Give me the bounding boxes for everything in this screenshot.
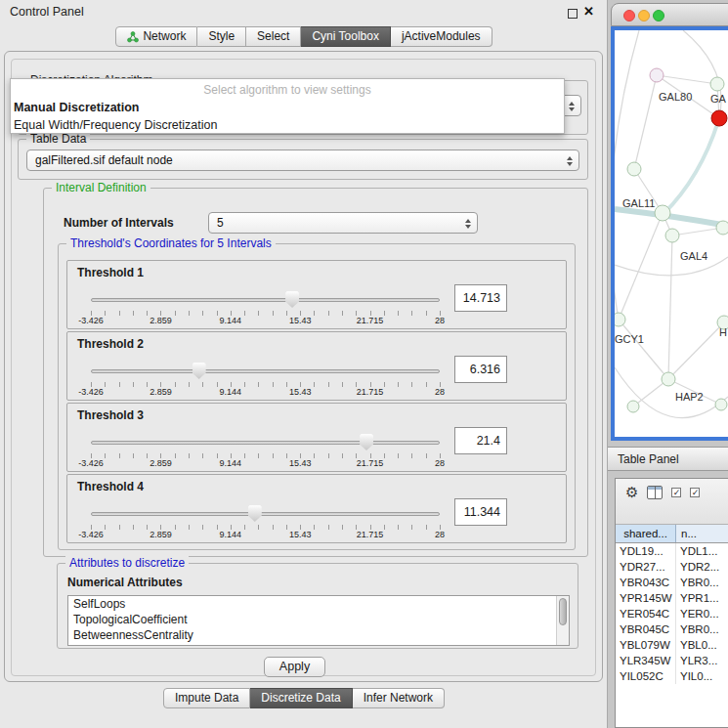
slider-thumb[interactable]: [360, 434, 373, 450]
dropdown-option-manual[interactable]: Manual Discretization: [11, 99, 564, 116]
network-node[interactable]: [615, 313, 625, 326]
gear-icon[interactable]: ⚙: [625, 485, 638, 500]
cell[interactable]: YLR345W: [616, 653, 676, 668]
cell[interactable]: YPR1...: [676, 590, 728, 606]
table-row[interactable]: YBR043CYBR0...: [616, 575, 728, 590]
float-window-icon[interactable]: [568, 9, 578, 19]
vertical-scrollbar[interactable]: [556, 596, 569, 645]
cell[interactable]: YBR045C: [616, 621, 676, 637]
cell[interactable]: YBR0...: [676, 575, 728, 590]
slider-thumb[interactable]: [285, 291, 299, 308]
tab-jactivemodules[interactable]: jActiveModules: [391, 26, 492, 47]
minimize-traffic-light-icon[interactable]: [638, 10, 650, 21]
tick-label: -3.426: [78, 458, 104, 468]
table-row[interactable]: YPR145WYPR1...: [616, 590, 728, 606]
network-node[interactable]: [662, 372, 675, 386]
cell[interactable]: YDR27...: [616, 559, 676, 575]
table-data-combo[interactable]: galFiltered.sif default node: [26, 150, 579, 171]
network-node[interactable]: [716, 221, 728, 235]
network-node-selected-red[interactable]: [711, 110, 727, 126]
slider-thumb[interactable]: [193, 363, 206, 379]
network-node[interactable]: [715, 399, 727, 410]
tab-style[interactable]: Style: [197, 26, 246, 47]
table-panel-window: ⚙ ✓ ✓ shared... n... YDL19...YDL1... YDR…: [615, 478, 728, 728]
slider-thumb[interactable]: [248, 505, 262, 522]
threshold-value-field[interactable]: 14.713: [454, 284, 507, 312]
scrollbar-thumb[interactable]: [559, 598, 567, 625]
table-row[interactable]: YDL19...YDL1...: [616, 543, 728, 559]
cell[interactable]: YIL0...: [676, 668, 728, 684]
cell[interactable]: YER0...: [676, 606, 728, 621]
column-header-shared-name[interactable]: shared...: [616, 525, 676, 542]
network-node[interactable]: [665, 229, 679, 242]
threshold-slider[interactable]: [91, 505, 440, 523]
numerical-attributes-list: SelfLoops TopologicalCoefficient Between…: [67, 595, 570, 646]
slider-track[interactable]: [91, 369, 440, 373]
table-data-group-label: Table Data: [26, 132, 90, 146]
tick-label: 28: [435, 530, 445, 539]
cell[interactable]: YER054C: [616, 606, 676, 621]
combo-stepper-icon: [566, 100, 577, 113]
close-icon[interactable]: ✕: [583, 4, 594, 19]
table-row[interactable]: YDR27...YDR2...: [616, 559, 728, 575]
close-traffic-light-icon[interactable]: [623, 10, 635, 21]
slider-track[interactable]: [91, 512, 440, 516]
threshold-value-field[interactable]: 6.316: [454, 356, 507, 383]
cell[interactable]: YPR145W: [616, 590, 676, 606]
cell[interactable]: YBR043C: [616, 575, 676, 590]
cell[interactable]: YBR0...: [676, 621, 728, 637]
tick-label: 28: [435, 387, 445, 397]
slider-track[interactable]: [91, 441, 440, 445]
tab-impute-data[interactable]: Impute Data: [163, 688, 250, 708]
cell[interactable]: YBL079W: [616, 637, 676, 653]
columns-icon[interactable]: [647, 486, 663, 499]
threshold-panel-1: Threshold 1 -3.426 2.859 9.144 15.43 21.…: [66, 260, 567, 329]
threshold-slider[interactable]: [91, 291, 440, 309]
threshold-slider[interactable]: [91, 363, 440, 380]
network-node[interactable]: [627, 401, 639, 412]
table-panel-titlebar[interactable]: Table Panel: [608, 447, 728, 471]
table-row[interactable]: YBL079WYBL0...: [616, 637, 728, 653]
tab-label: Discretize Data: [261, 689, 340, 707]
slider-track[interactable]: [91, 298, 440, 302]
table-row[interactable]: YLR345WYLR3...: [616, 653, 728, 668]
apply-button[interactable]: Apply: [264, 657, 325, 677]
cell[interactable]: YIL052C: [616, 668, 676, 684]
network-node[interactable]: [710, 77, 724, 91]
threshold-slider[interactable]: [91, 434, 440, 451]
network-node[interactable]: [627, 162, 641, 176]
threshold-value-field[interactable]: 21.4: [454, 427, 507, 454]
tab-network[interactable]: Network: [115, 26, 197, 47]
cell[interactable]: YLR3...: [676, 653, 728, 668]
network-node[interactable]: [650, 68, 664, 82]
cell[interactable]: YBL0...: [676, 637, 728, 653]
table-row[interactable]: YIL052CYIL0...: [616, 668, 728, 684]
tab-select[interactable]: Select: [246, 26, 301, 47]
tick-label: 9.144: [220, 530, 242, 539]
network-canvas[interactable]: GAL80 GA GAL11 GAL4 GCY1 H HAP2: [611, 26, 728, 441]
checkbox-checked-icon[interactable]: ✓: [671, 488, 681, 497]
list-item[interactable]: BetweennessCentrality: [68, 627, 569, 643]
network-node[interactable]: [655, 205, 670, 221]
threshold-panel-4: Threshold 4 -3.426 2.859 9.144 15.43 21.…: [66, 474, 567, 543]
dropdown-option-equal-width[interactable]: Equal Width/Frequency Discretization: [11, 116, 564, 134]
tab-infer-network[interactable]: Infer Network: [353, 688, 445, 708]
table-row[interactable]: YER054CYER0...: [616, 606, 728, 621]
cell[interactable]: YDR2...: [676, 559, 728, 575]
network-window-titlebar[interactable]: [611, 3, 728, 26]
list-item[interactable]: TopologicalCoefficient: [68, 612, 569, 627]
cell[interactable]: YDL19...: [616, 543, 676, 559]
threshold-value-field[interactable]: 11.344: [454, 498, 507, 526]
cell[interactable]: YDL1...: [676, 543, 728, 559]
tab-cyni-toolbox[interactable]: Cyni Toolbox: [301, 26, 390, 47]
zoom-traffic-light-icon[interactable]: [653, 10, 664, 21]
number-of-intervals-combo[interactable]: 5: [208, 212, 478, 234]
list-item[interactable]: SelfLoops: [68, 596, 569, 612]
thresholds-group-label: Threshold's Coordinates for 5 Intervals: [66, 236, 276, 250]
thresholds-group: Threshold's Coordinates for 5 Intervals …: [58, 243, 576, 550]
column-header-name[interactable]: n...: [676, 525, 728, 542]
tab-discretize-data[interactable]: Discretize Data: [250, 688, 352, 708]
top-tab-bar: Network Style Select Cyni Toolbox jActiv…: [0, 26, 608, 47]
checkbox-checked-icon[interactable]: ✓: [690, 488, 700, 497]
table-row[interactable]: YBR045CYBR0...: [616, 621, 728, 637]
